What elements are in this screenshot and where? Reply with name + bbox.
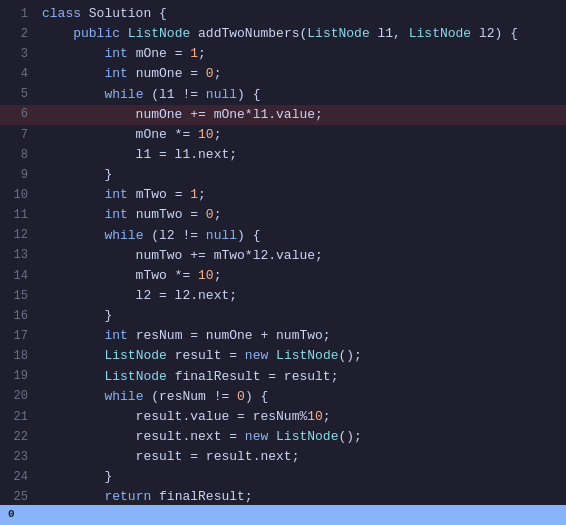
- line-content: mTwo *= 10;: [36, 266, 566, 286]
- token-var: ) {: [237, 226, 260, 246]
- token-var: ;: [214, 125, 222, 145]
- line-content: result.next = new ListNode();: [36, 427, 566, 447]
- token-var: numOne =: [128, 64, 206, 84]
- token-kw: int: [104, 64, 127, 84]
- token-type: ListNode: [104, 367, 166, 387]
- token-var: (resNum !=: [143, 387, 237, 407]
- bottom-bar: 0: [0, 505, 566, 525]
- line-content: while (resNum != 0) {: [36, 387, 566, 407]
- code-line: 16 }: [0, 306, 566, 326]
- line-number: 9: [0, 165, 36, 185]
- token-kw: null: [206, 226, 237, 246]
- token-kw: int: [104, 326, 127, 346]
- line-number: 24: [0, 467, 36, 487]
- code-line: 2 public ListNode addTwoNumbers(ListNode…: [0, 24, 566, 44]
- line-number: 5: [0, 85, 36, 105]
- token-var: result =: [167, 346, 245, 366]
- code-line: 5 while (l1 != null) {: [0, 85, 566, 105]
- line-number: 14: [0, 266, 36, 286]
- token-var: l2) {: [471, 24, 518, 44]
- token-var: Solution {: [81, 4, 167, 24]
- token-ctrl: while: [104, 226, 143, 246]
- line-content: int mOne = 1;: [36, 44, 566, 64]
- line-number: 8: [0, 145, 36, 165]
- bottom-bar-text: 0: [8, 506, 15, 523]
- code-line: 15 l2 = l2.next;: [0, 286, 566, 306]
- token-kw: int: [104, 185, 127, 205]
- token-var: }: [42, 467, 112, 487]
- code-line: 10 int mTwo = 1;: [0, 185, 566, 205]
- token-ctrl: while: [104, 387, 143, 407]
- token-var: [42, 64, 104, 84]
- token-kw: public: [73, 24, 120, 44]
- token-var: }: [42, 306, 112, 326]
- token-var: [42, 226, 104, 246]
- code-line: 23 result = result.next;: [0, 447, 566, 467]
- token-var: (l2 !=: [143, 226, 205, 246]
- token-num: 0: [206, 64, 214, 84]
- code-line: 14 mTwo *= 10;: [0, 266, 566, 286]
- token-var: ;: [214, 266, 222, 286]
- token-num: 1: [190, 185, 198, 205]
- token-num: 10: [307, 407, 323, 427]
- line-number: 20: [0, 387, 36, 407]
- token-var: mOne *=: [42, 125, 198, 145]
- token-var: ();: [339, 346, 362, 366]
- code-line: 21 result.value = resNum%10;: [0, 407, 566, 427]
- line-content: ListNode result = new ListNode();: [36, 346, 566, 366]
- line-number: 23: [0, 447, 36, 467]
- token-kw: new: [245, 346, 268, 366]
- token-type: ListNode: [104, 346, 166, 366]
- token-var: [42, 205, 104, 225]
- line-content: numTwo += mTwo*l2.value;: [36, 246, 566, 266]
- line-content: }: [36, 165, 566, 185]
- code-container: 1class Solution {2 public ListNode addTw…: [0, 0, 566, 525]
- code-line: 18 ListNode result = new ListNode();: [0, 346, 566, 366]
- code-line: 6 numOne += mOne*l1.value;: [0, 105, 566, 125]
- code-line: 8 l1 = l1.next;: [0, 145, 566, 165]
- token-var: ) {: [245, 387, 268, 407]
- line-content: }: [36, 306, 566, 326]
- line-number: 3: [0, 44, 36, 64]
- code-line: 12 while (l2 != null) {: [0, 226, 566, 246]
- token-type: ListNode: [128, 24, 190, 44]
- line-number: 12: [0, 226, 36, 246]
- code-line: 9 }: [0, 165, 566, 185]
- token-kw: class: [42, 4, 81, 24]
- code-line: 3 int mOne = 1;: [0, 44, 566, 64]
- code-line: 1class Solution {: [0, 4, 566, 24]
- code-line: 24 }: [0, 467, 566, 487]
- line-content: numOne += mOne*l1.value;: [36, 105, 566, 125]
- token-var: mTwo =: [128, 185, 190, 205]
- line-content: int resNum = numOne + numTwo;: [36, 326, 566, 346]
- line-content: while (l2 != null) {: [36, 226, 566, 246]
- token-var: ;: [214, 64, 222, 84]
- line-number: 18: [0, 346, 36, 366]
- token-var: }: [42, 165, 112, 185]
- token-var: result = result.next;: [42, 447, 299, 467]
- line-content: mOne *= 10;: [36, 125, 566, 145]
- code-line: 17 int resNum = numOne + numTwo;: [0, 326, 566, 346]
- token-var: l1 = l1.next;: [42, 145, 237, 165]
- line-number: 7: [0, 125, 36, 145]
- token-var: [42, 387, 104, 407]
- token-var: [42, 44, 104, 64]
- line-number: 6: [0, 105, 36, 125]
- token-var: ;: [214, 205, 222, 225]
- line-content: public ListNode addTwoNumbers(ListNode l…: [36, 24, 566, 44]
- token-var: [42, 24, 73, 44]
- token-var: mOne =: [128, 44, 190, 64]
- token-var: ;: [198, 44, 206, 64]
- code-line: 13 numTwo += mTwo*l2.value;: [0, 246, 566, 266]
- token-var: finalResult = result;: [167, 367, 339, 387]
- token-num: 0: [206, 205, 214, 225]
- token-type: ListNode: [307, 24, 369, 44]
- token-kw: null: [206, 85, 237, 105]
- token-var: l1,: [370, 24, 409, 44]
- token-var: [42, 367, 104, 387]
- token-type: ListNode: [409, 24, 471, 44]
- token-var: numOne += mOne*l1.value;: [42, 105, 323, 125]
- code-line: 22 result.next = new ListNode();: [0, 427, 566, 447]
- token-var: [268, 427, 276, 447]
- line-content: int mTwo = 1;: [36, 185, 566, 205]
